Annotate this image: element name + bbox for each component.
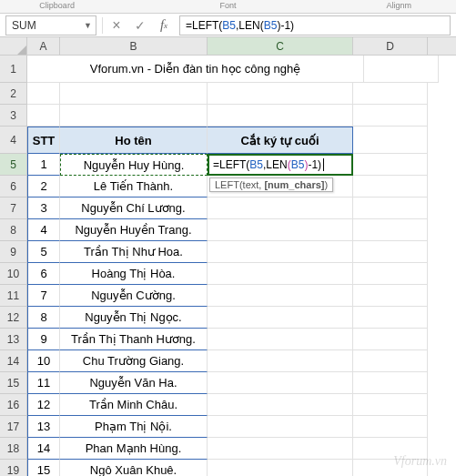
cell[interactable] [353,438,428,460]
cell-stt[interactable]: 2 [27,176,60,197]
row-header[interactable]: 14 [0,350,27,372]
cell-stt[interactable]: 13 [27,416,60,438]
accept-icon[interactable]: ✓ [128,15,152,35]
cell[interactable] [353,307,428,329]
cell[interactable] [208,263,353,285]
col-header-a[interactable]: A [27,37,60,55]
cell[interactable] [353,460,428,476]
cell-name[interactable]: Ngô Xuân Khuê. [60,460,208,476]
cell-stt[interactable]: 4 [27,219,60,241]
cell-name[interactable]: Phan Mạnh Hùng. [60,438,208,460]
cell-name[interactable]: Lê Tiến Thành. [60,176,208,197]
cell[interactable] [353,350,428,372]
ribbon-label-font: Font [114,0,342,13]
header-name[interactable]: Ho tên [60,127,208,154]
row-header[interactable]: 12 [0,307,27,329]
formula-tooltip: LEFT(text, [num_chars]) [209,177,333,192]
cell[interactable] [208,394,353,416]
cell[interactable] [353,372,428,394]
cell-stt[interactable]: 1 [27,154,60,176]
title-cell[interactable]: Vforum.vn - Diễn đàn tin học công nghệ [27,56,364,83]
header-cut[interactable]: Cắt ký tự cuối [208,127,353,154]
table-row: 117Nguyễn Cường. [0,285,456,307]
cell[interactable] [208,285,353,307]
row-header[interactable]: 6 [0,176,27,197]
cell-name[interactable]: Nguyễn Huyền Trang. [60,219,208,241]
row-header[interactable]: 3 [0,105,27,127]
cell-stt[interactable]: 12 [27,394,60,416]
cell-name[interactable]: Nguyễn Chí Lương. [60,197,208,219]
cell[interactable] [353,241,428,263]
cell[interactable] [208,372,353,394]
row-header[interactable]: 17 [0,416,27,438]
cell[interactable] [353,197,428,219]
cell[interactable] [353,416,428,438]
cell-stt[interactable]: 8 [27,307,60,329]
row-header[interactable]: 15 [0,372,27,394]
row-header[interactable]: 19 [0,460,27,476]
cell-name[interactable]: Nguyễn Thị Ngọc. [60,307,208,329]
cell-name[interactable]: Phạm Thị Nội. [60,416,208,438]
cell[interactable] [353,263,428,285]
cell-stt[interactable]: 3 [27,197,60,219]
cell[interactable] [208,307,353,329]
cell[interactable] [208,219,353,241]
cancel-icon[interactable]: × [105,15,128,35]
cell[interactable] [208,460,353,476]
cell[interactable] [353,329,428,350]
row-header[interactable]: 8 [0,219,27,241]
cell-stt[interactable]: 7 [27,285,60,307]
row-header[interactable]: 7 [0,197,27,219]
header-stt[interactable]: STT [27,127,60,154]
spreadsheet-grid[interactable]: A B C D 1 Vforum.vn - Diễn đàn tin học c… [0,37,456,476]
cell-stt[interactable]: 15 [27,460,60,476]
cell-name[interactable]: Trần Minh Châu. [60,394,208,416]
cell[interactable] [353,394,428,416]
row-header[interactable]: 9 [0,241,27,263]
table-row: 106Hoàng Thị Hòa. [0,263,456,285]
cell-stt[interactable]: 9 [27,329,60,350]
cell[interactable] [208,438,353,460]
row-header[interactable]: 13 [0,329,27,350]
cell-name[interactable]: Hoàng Thị Hòa. [60,263,208,285]
row-header[interactable]: 10 [0,263,27,285]
cell[interactable] [208,329,353,350]
cell[interactable] [208,241,353,263]
cell-name-ref[interactable]: Nguyễn Huy Hùng. [60,154,208,176]
cell-stt[interactable]: 14 [27,438,60,460]
col-header-c[interactable]: C [208,37,353,55]
cell-name[interactable]: Trần Thị Thanh Hương. [60,329,208,350]
cell-name[interactable]: Chu Trường Giang. [60,350,208,372]
row-5: 5 1 Nguyễn Huy Hùng. =LEFT(B5,LEN(B5)-1)… [0,154,456,176]
cell-stt[interactable]: 6 [27,263,60,285]
row-header[interactable]: 2 [0,83,27,105]
editing-cell[interactable]: =LEFT(B5,LEN(B5)-1) LEFT(text, [num_char… [208,154,353,176]
cell[interactable] [208,416,353,438]
cell-name[interactable]: Nguyễn Cường. [60,285,208,307]
cell-name[interactable]: Trần Thị Như Hoa. [60,241,208,263]
row-header[interactable]: 11 [0,285,27,307]
cell-stt[interactable]: 10 [27,350,60,372]
cell[interactable] [208,350,353,372]
cell-name[interactable]: Nguyễn Văn Ha. [60,372,208,394]
cell[interactable] [208,197,353,219]
cell[interactable] [353,219,428,241]
row-header[interactable]: 1 [0,56,27,83]
row-header[interactable]: 16 [0,394,27,416]
formula-input[interactable]: =LEFT(B5,LEN(B5)-1) [179,15,451,35]
row-header[interactable]: 5 [0,154,27,176]
cell-stt[interactable]: 11 [27,372,60,394]
col-header-d[interactable]: D [353,37,428,55]
dropdown-icon[interactable]: ▼ [84,21,92,30]
cell[interactable] [364,56,439,83]
row-3: 3 [0,105,456,127]
cell[interactable] [353,176,428,197]
select-all-corner[interactable] [0,37,27,56]
cell[interactable] [353,285,428,307]
cell-stt[interactable]: 5 [27,241,60,263]
col-header-b[interactable]: B [60,37,208,55]
row-header[interactable]: 4 [0,127,27,154]
row-header[interactable]: 18 [0,438,27,460]
name-box[interactable]: SUM ▼ [5,15,96,35]
fx-icon[interactable]: fx [152,15,176,35]
